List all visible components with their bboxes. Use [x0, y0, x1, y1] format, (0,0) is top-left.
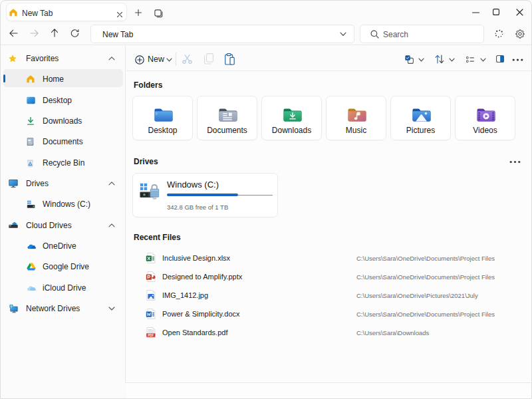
- svg-text:PDF: PDF: [148, 333, 154, 336]
